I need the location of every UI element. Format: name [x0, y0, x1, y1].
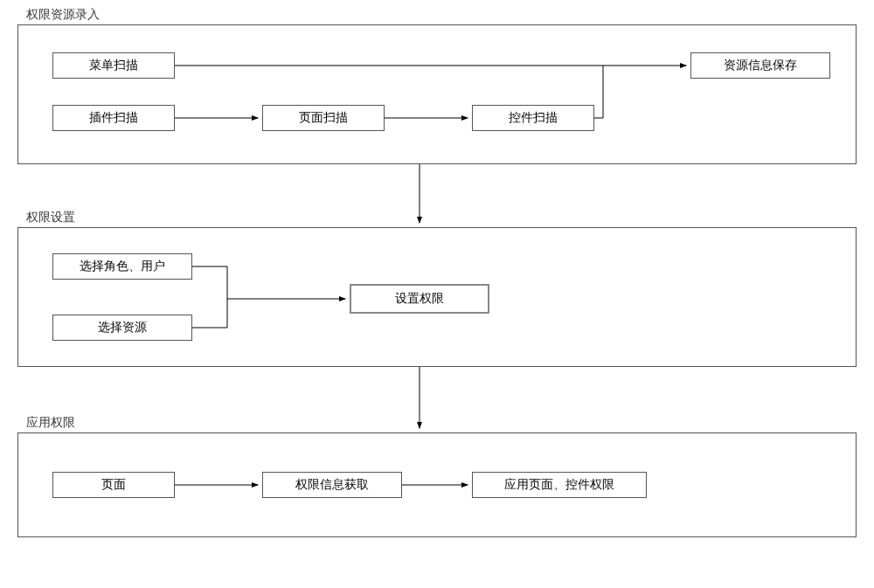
- section3-label: 应用权限: [26, 415, 75, 431]
- node-sel-role: 选择角色、用户: [52, 253, 192, 280]
- node-get-perm-label: 权限信息获取: [295, 477, 369, 493]
- node-sel-res-label: 选择资源: [98, 320, 147, 336]
- node-apply-perm: 应用页面、控件权限: [472, 472, 647, 498]
- diagram-canvas: 权限资源录入 菜单扫描 插件扫描 页面扫描 控件扫描 资源信息保存 权限设置 选…: [0, 0, 874, 588]
- node-apply-perm-label: 应用页面、控件权限: [504, 477, 614, 493]
- section1-box: [17, 24, 857, 164]
- section1-label: 权限资源录入: [26, 7, 100, 23]
- node-page: 页面: [52, 472, 175, 498]
- node-save-res-label: 资源信息保存: [724, 58, 797, 73]
- node-save-res: 资源信息保存: [690, 52, 830, 79]
- node-set-perm-label: 设置权限: [395, 291, 444, 307]
- node-control-scan: 控件扫描: [472, 105, 594, 131]
- node-page-scan-label: 页面扫描: [299, 110, 348, 126]
- node-sel-role-label: 选择角色、用户: [80, 259, 165, 274]
- node-menu-scan-label: 菜单扫描: [89, 58, 138, 73]
- node-sel-res: 选择资源: [52, 315, 192, 341]
- node-plugin-scan: 插件扫描: [52, 105, 175, 131]
- node-page-scan: 页面扫描: [262, 105, 385, 131]
- section2-label: 权限设置: [26, 210, 75, 225]
- node-set-perm: 设置权限: [350, 284, 489, 314]
- node-page-label: 页面: [101, 477, 126, 493]
- node-plugin-scan-label: 插件扫描: [89, 110, 138, 126]
- node-get-perm: 权限信息获取: [262, 472, 402, 498]
- node-control-scan-label: 控件扫描: [509, 110, 558, 126]
- node-menu-scan: 菜单扫描: [52, 52, 175, 79]
